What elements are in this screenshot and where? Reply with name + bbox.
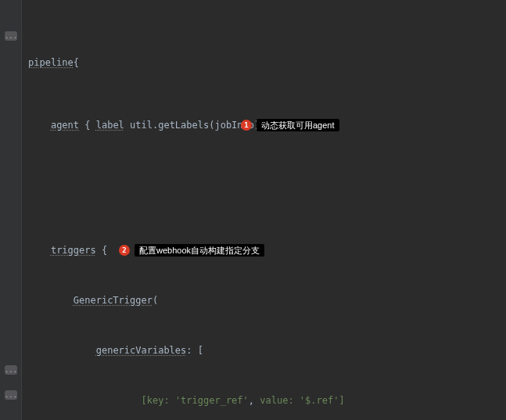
keyword-label: label [96, 120, 124, 131]
code-editor: ... ... ... pipeline{ agent { label util… [0, 0, 506, 420]
brace: { [74, 57, 79, 68]
callout-dot-1: 1 [241, 120, 252, 131]
map-key: key [147, 395, 164, 406]
id-genericvariables: genericVariables [96, 345, 187, 356]
keyword-triggers: triggers [51, 245, 96, 256]
fold-marker-icon[interactable]: ... [5, 390, 17, 400]
map-value: value [260, 395, 288, 406]
text: { [79, 120, 96, 131]
colon-bracket: : [ [186, 345, 203, 356]
paren: ( [153, 295, 158, 306]
fold-marker-icon[interactable]: ... [5, 31, 17, 41]
code-area[interactable]: pipeline{ agent { label util.getLabels(j… [22, 0, 506, 420]
fold-marker-icon[interactable]: ... [5, 365, 17, 375]
colon: : [288, 395, 299, 406]
comma: , [249, 395, 260, 406]
callout-dot-2: 2 [119, 245, 130, 256]
str-trigger-ref: 'trigger_ref' [175, 395, 249, 406]
id-generictrigger: GenericTrigger [74, 295, 153, 306]
keyword-agent: agent [51, 120, 79, 131]
brace: { [96, 245, 119, 256]
gutter: ... ... ... [0, 0, 22, 420]
keyword-pipeline: pipeline [28, 57, 74, 68]
str-ref: '$.ref' [300, 395, 339, 406]
colon: : [163, 395, 174, 406]
bracket: ] [339, 395, 344, 406]
callout-text-1: 动态获取可用agent [257, 119, 339, 131]
bracket: [ [142, 395, 147, 406]
callout-text-2: 配置webhook自动构建指定分支 [135, 244, 264, 257]
